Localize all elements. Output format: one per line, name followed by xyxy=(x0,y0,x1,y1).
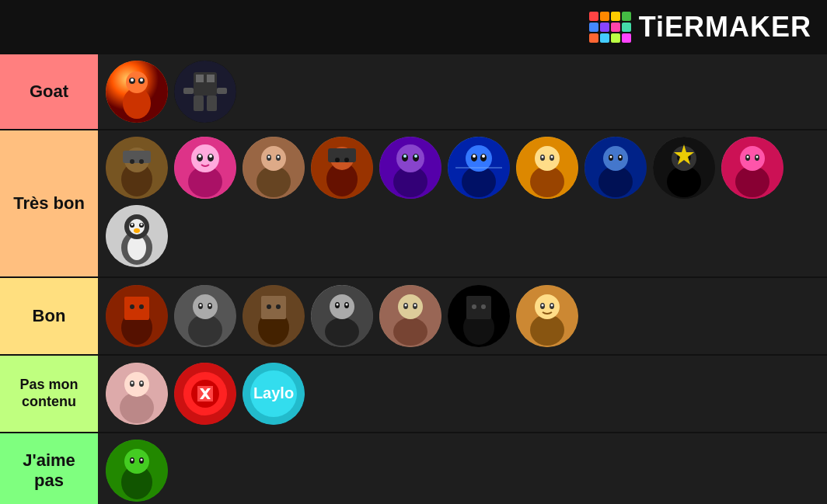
avatar-goat-2 xyxy=(174,61,236,123)
tier-content-bon xyxy=(98,278,827,354)
tier-label-goat: Goat xyxy=(0,54,98,129)
svg-point-2 xyxy=(126,71,148,93)
svg-point-47 xyxy=(414,155,417,158)
avatar-tb-10 xyxy=(721,137,783,199)
avatar-pmc-3: Laylo xyxy=(243,363,305,425)
tier-row-tres-bon: Très bon xyxy=(0,130,827,278)
avatar-tb-4 xyxy=(311,137,373,199)
svg-point-151 xyxy=(124,449,149,474)
avatar-tb-1 xyxy=(106,137,168,199)
svg-point-131 xyxy=(535,294,560,319)
svg-point-115 xyxy=(337,304,339,306)
tier-label-jaime-pas: J'aime pas xyxy=(0,433,98,504)
svg-rect-12 xyxy=(207,96,217,111)
svg-point-141 xyxy=(131,382,134,384)
svg-point-154 xyxy=(131,459,134,461)
tier-label-pas-mon: Pas mon contenu xyxy=(0,356,98,432)
svg-point-119 xyxy=(398,294,423,319)
header: TiERMAKER xyxy=(0,0,827,54)
svg-point-69 xyxy=(619,156,622,158)
svg-point-27 xyxy=(209,155,212,158)
avatar-bon-1 xyxy=(106,285,168,347)
avatar-bon-2 xyxy=(174,285,236,347)
svg-point-112 xyxy=(330,294,354,319)
svg-point-134 xyxy=(542,304,544,307)
logo-grid-icon xyxy=(589,12,631,43)
svg-rect-38 xyxy=(328,148,356,162)
svg-point-53 xyxy=(473,155,476,158)
svg-point-5 xyxy=(131,78,134,82)
tier-row-bon: Bon xyxy=(0,278,827,356)
svg-point-62 xyxy=(551,156,553,158)
tier-row-goat: Goat xyxy=(0,54,827,130)
tier-content-pas-mon: Laylo xyxy=(98,356,827,432)
avatar-bon-3 xyxy=(243,285,305,347)
svg-point-155 xyxy=(141,459,143,461)
svg-text:Laylo: Laylo xyxy=(253,384,294,401)
tier-row-jaime-pas: J'aime pas xyxy=(0,433,827,504)
svg-point-96 xyxy=(130,304,134,309)
avatar-goat-1 xyxy=(106,61,168,123)
svg-point-111 xyxy=(325,318,359,346)
svg-point-123 xyxy=(414,304,417,307)
tier-row-pas-mon: Pas mon contenu Laylo xyxy=(0,356,827,433)
svg-point-97 xyxy=(139,304,144,309)
svg-point-128 xyxy=(481,304,486,309)
avatar-tb-8 xyxy=(584,137,647,199)
svg-point-40 xyxy=(344,158,349,162)
avatar-tb-5 xyxy=(379,137,441,199)
avatar-bon-5 xyxy=(379,285,441,347)
avatar-tb-3 xyxy=(243,137,305,199)
svg-rect-126 xyxy=(466,296,491,319)
tier-content-tres-bon xyxy=(98,130,827,276)
svg-point-23 xyxy=(191,144,219,172)
svg-point-65 xyxy=(603,146,628,171)
avatar-bon-6 xyxy=(448,285,510,347)
svg-point-78 xyxy=(740,146,765,171)
svg-point-104 xyxy=(209,304,211,307)
avatar-pmc-1 xyxy=(106,363,168,425)
svg-point-6 xyxy=(140,78,143,82)
svg-point-26 xyxy=(198,155,201,158)
svg-point-20 xyxy=(139,159,144,164)
svg-point-109 xyxy=(276,304,281,309)
svg-point-138 xyxy=(124,372,149,397)
svg-rect-11 xyxy=(194,96,204,111)
svg-point-91 xyxy=(141,224,143,226)
svg-point-19 xyxy=(130,159,134,164)
svg-point-116 xyxy=(346,304,348,306)
svg-point-90 xyxy=(131,224,134,226)
svg-rect-9 xyxy=(196,75,204,82)
svg-point-100 xyxy=(193,294,218,319)
svg-point-68 xyxy=(610,156,612,158)
svg-point-92 xyxy=(134,228,140,233)
svg-point-58 xyxy=(535,146,560,171)
svg-point-122 xyxy=(405,304,407,307)
svg-point-54 xyxy=(482,155,485,158)
svg-rect-13 xyxy=(183,88,194,94)
tier-label-bon: Bon xyxy=(0,278,98,354)
avatar-tb-7 xyxy=(516,137,578,199)
svg-point-135 xyxy=(551,304,553,307)
svg-point-39 xyxy=(335,158,340,162)
svg-point-127 xyxy=(472,304,476,309)
tier-content-jaime-pas xyxy=(98,433,827,504)
svg-point-43 xyxy=(396,144,424,172)
svg-point-108 xyxy=(267,304,271,309)
avatar-tb-2 xyxy=(174,137,236,199)
svg-point-82 xyxy=(756,156,759,158)
svg-point-30 xyxy=(261,146,286,171)
avatar-pmc-2 xyxy=(174,363,236,425)
svg-point-46 xyxy=(403,155,407,158)
svg-rect-107 xyxy=(261,296,286,319)
avatar-jp-1 xyxy=(106,440,168,502)
svg-point-61 xyxy=(542,156,544,158)
svg-point-142 xyxy=(141,382,143,384)
svg-point-118 xyxy=(393,318,427,346)
tier-label-tres-bon: Très bon xyxy=(0,130,98,276)
avatar-bon-4 xyxy=(311,285,373,347)
svg-point-33 xyxy=(268,156,270,158)
avatar-tb-11 xyxy=(106,205,168,267)
svg-rect-14 xyxy=(217,88,227,94)
svg-point-34 xyxy=(277,156,280,158)
